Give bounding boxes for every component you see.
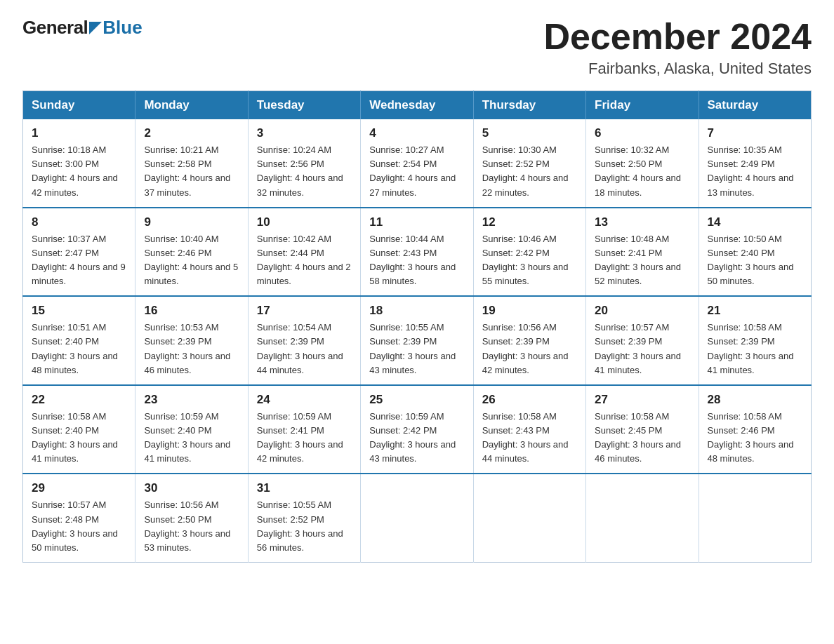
day-number: 23 [144, 393, 239, 407]
day-cell: 22Sunrise: 10:58 AMSunset: 2:40 PMDaylig… [23, 385, 135, 474]
day-cell [586, 474, 699, 562]
day-cell: 12Sunrise: 10:46 AMSunset: 2:42 PMDaylig… [473, 208, 585, 297]
day-cell: 9Sunrise: 10:40 AMSunset: 2:46 PMDayligh… [135, 208, 248, 297]
day-info: Sunrise: 10:58 AMSunset: 2:40 PMDaylight… [32, 410, 126, 467]
page-header: General Blue December 2024 Fairbanks, Al… [22, 17, 812, 78]
header-monday: Monday [135, 91, 248, 120]
day-info: Sunrise: 10:37 AMSunset: 2:47 PMDaylight… [32, 232, 126, 289]
day-cell: 16Sunrise: 10:53 AMSunset: 2:39 PMDaylig… [135, 296, 248, 385]
calendar-subtitle: Fairbanks, Alaska, United States [543, 60, 812, 78]
calendar-body: 1Sunrise: 10:18 AMSunset: 3:00 PMDayligh… [23, 119, 812, 562]
day-info: Sunrise: 10:27 AMSunset: 2:54 PMDaylight… [369, 143, 464, 200]
day-number: 6 [595, 126, 689, 140]
logo: General Blue [22, 17, 143, 39]
day-cell: 23Sunrise: 10:59 AMSunset: 2:40 PMDaylig… [135, 385, 248, 474]
day-number: 18 [369, 304, 464, 318]
day-cell: 21Sunrise: 10:58 AMSunset: 2:39 PMDaylig… [699, 296, 811, 385]
day-cell: 15Sunrise: 10:51 AMSunset: 2:40 PMDaylig… [23, 296, 135, 385]
header-sunday: Sunday [23, 91, 135, 120]
logo-blue-text: Blue [102, 17, 142, 39]
day-info: Sunrise: 10:55 AMSunset: 2:39 PMDaylight… [369, 321, 464, 377]
day-cell: 27Sunrise: 10:58 AMSunset: 2:45 PMDaylig… [586, 385, 699, 474]
week-row-4: 22Sunrise: 10:58 AMSunset: 2:40 PMDaylig… [23, 385, 812, 474]
day-number: 25 [369, 393, 464, 407]
day-cell: 31Sunrise: 10:55 AMSunset: 2:52 PMDaylig… [248, 474, 360, 562]
day-number: 1 [32, 126, 126, 140]
day-cell: 8Sunrise: 10:37 AMSunset: 2:47 PMDayligh… [23, 208, 135, 297]
logo-area: General Blue [22, 17, 143, 39]
day-cell: 17Sunrise: 10:54 AMSunset: 2:39 PMDaylig… [248, 296, 360, 385]
day-cell: 19Sunrise: 10:56 AMSunset: 2:39 PMDaylig… [473, 296, 585, 385]
day-info: Sunrise: 10:55 AMSunset: 2:52 PMDaylight… [257, 498, 352, 555]
day-cell [699, 474, 811, 562]
logo-arrow-icon [89, 21, 102, 34]
day-cell: 7Sunrise: 10:35 AMSunset: 2:49 PMDayligh… [699, 119, 811, 208]
day-number: 14 [708, 215, 802, 229]
header-wednesday: Wednesday [361, 91, 473, 120]
header-friday: Friday [586, 91, 699, 120]
day-cell [361, 474, 473, 562]
day-number: 9 [144, 215, 239, 229]
day-number: 10 [257, 215, 352, 229]
header-saturday: Saturday [699, 91, 811, 120]
title-area: December 2024 Fairbanks, Alaska, United … [543, 17, 812, 78]
day-cell: 25Sunrise: 10:59 AMSunset: 2:42 PMDaylig… [361, 385, 473, 474]
day-number: 11 [369, 215, 464, 229]
day-number: 17 [257, 304, 352, 318]
day-info: Sunrise: 10:40 AMSunset: 2:46 PMDaylight… [144, 232, 239, 289]
day-info: Sunrise: 10:44 AMSunset: 2:43 PMDaylight… [369, 232, 464, 289]
day-info: Sunrise: 10:53 AMSunset: 2:39 PMDaylight… [144, 321, 239, 377]
day-info: Sunrise: 10:58 AMSunset: 2:46 PMDaylight… [708, 410, 802, 467]
header-tuesday: Tuesday [248, 91, 360, 120]
week-row-3: 15Sunrise: 10:51 AMSunset: 2:40 PMDaylig… [23, 296, 812, 385]
day-cell [473, 474, 585, 562]
day-number: 30 [144, 481, 239, 495]
calendar-title: December 2024 [543, 17, 812, 57]
day-number: 29 [32, 481, 126, 495]
day-number: 8 [32, 215, 126, 229]
day-number: 22 [32, 393, 126, 407]
day-cell: 4Sunrise: 10:27 AMSunset: 2:54 PMDayligh… [361, 119, 473, 208]
day-info: Sunrise: 10:59 AMSunset: 2:42 PMDaylight… [369, 410, 464, 467]
day-info: Sunrise: 10:21 AMSunset: 2:58 PMDaylight… [144, 143, 239, 200]
day-info: Sunrise: 10:57 AMSunset: 2:39 PMDaylight… [595, 321, 689, 377]
day-info: Sunrise: 10:30 AMSunset: 2:52 PMDaylight… [482, 143, 577, 200]
day-number: 31 [257, 481, 352, 495]
day-info: Sunrise: 10:48 AMSunset: 2:41 PMDaylight… [595, 232, 689, 289]
day-number: 2 [144, 126, 239, 140]
day-cell: 28Sunrise: 10:58 AMSunset: 2:46 PMDaylig… [699, 385, 811, 474]
day-cell: 29Sunrise: 10:57 AMSunset: 2:48 PMDaylig… [23, 474, 135, 562]
day-cell: 3Sunrise: 10:24 AMSunset: 2:56 PMDayligh… [248, 119, 360, 208]
calendar-header: SundayMondayTuesdayWednesdayThursdayFrid… [23, 91, 812, 120]
day-info: Sunrise: 10:58 AMSunset: 2:39 PMDaylight… [708, 321, 802, 377]
day-number: 26 [482, 393, 577, 407]
day-number: 28 [708, 393, 802, 407]
day-cell: 18Sunrise: 10:55 AMSunset: 2:39 PMDaylig… [361, 296, 473, 385]
day-number: 5 [482, 126, 577, 140]
day-info: Sunrise: 10:50 AMSunset: 2:40 PMDaylight… [708, 232, 802, 289]
day-number: 19 [482, 304, 577, 318]
day-info: Sunrise: 10:58 AMSunset: 2:43 PMDaylight… [482, 410, 577, 467]
day-number: 15 [32, 304, 126, 318]
day-info: Sunrise: 10:56 AMSunset: 2:39 PMDaylight… [482, 321, 577, 377]
day-cell: 5Sunrise: 10:30 AMSunset: 2:52 PMDayligh… [473, 119, 585, 208]
day-info: Sunrise: 10:59 AMSunset: 2:40 PMDaylight… [144, 410, 239, 467]
day-info: Sunrise: 10:59 AMSunset: 2:41 PMDaylight… [257, 410, 352, 467]
header-row: SundayMondayTuesdayWednesdayThursdayFrid… [23, 91, 812, 120]
day-info: Sunrise: 10:51 AMSunset: 2:40 PMDaylight… [32, 321, 126, 377]
day-number: 27 [595, 393, 689, 407]
day-number: 7 [708, 126, 802, 140]
day-number: 13 [595, 215, 689, 229]
day-number: 24 [257, 393, 352, 407]
day-number: 21 [708, 304, 802, 318]
day-info: Sunrise: 10:35 AMSunset: 2:49 PMDaylight… [708, 143, 802, 200]
day-info: Sunrise: 10:24 AMSunset: 2:56 PMDaylight… [257, 143, 352, 200]
day-cell: 24Sunrise: 10:59 AMSunset: 2:41 PMDaylig… [248, 385, 360, 474]
day-cell: 10Sunrise: 10:42 AMSunset: 2:44 PMDaylig… [248, 208, 360, 297]
day-cell: 2Sunrise: 10:21 AMSunset: 2:58 PMDayligh… [135, 119, 248, 208]
day-number: 4 [369, 126, 464, 140]
day-info: Sunrise: 10:32 AMSunset: 2:50 PMDaylight… [595, 143, 689, 200]
day-cell: 6Sunrise: 10:32 AMSunset: 2:50 PMDayligh… [586, 119, 699, 208]
day-cell: 1Sunrise: 10:18 AMSunset: 3:00 PMDayligh… [23, 119, 135, 208]
week-row-5: 29Sunrise: 10:57 AMSunset: 2:48 PMDaylig… [23, 474, 812, 562]
